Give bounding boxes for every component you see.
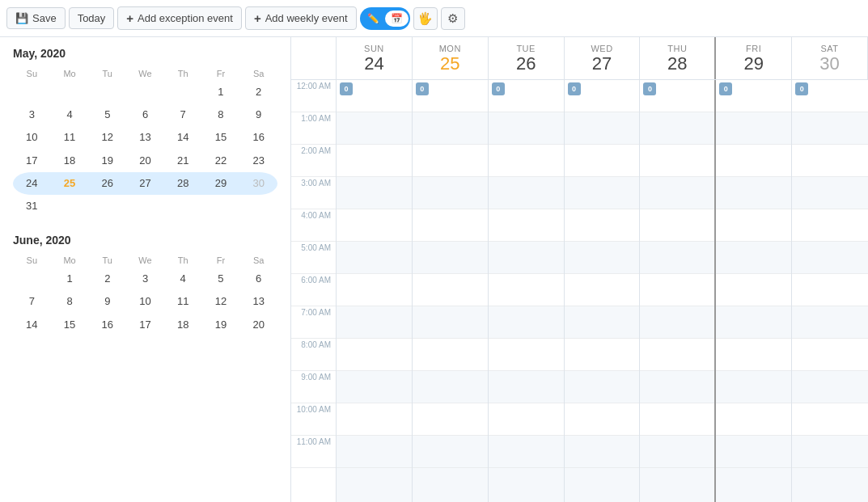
tue-slot-11[interactable] [489,436,564,468]
jun-day-15[interactable]: 15 [51,314,89,336]
may-day-10[interactable]: 10 [13,126,51,149]
tue-slot-8[interactable] [489,339,564,371]
may-day-27[interactable]: 27 [126,172,164,195]
wed-slot-2[interactable] [565,145,640,177]
sun-slot-7[interactable] [337,306,412,339]
tue-slot-2[interactable] [489,145,564,177]
sat-slot-2[interactable] [792,145,868,177]
thu-slot-0[interactable]: 0 [640,80,714,112]
mon-slot-4[interactable] [413,209,488,242]
fri-slot-11[interactable] [716,436,791,468]
may-day-29[interactable]: 29 [202,172,240,195]
may-day-30[interactable]: 30 [239,172,277,195]
toggle-calendar[interactable]: 📅 [385,11,409,27]
thu-slot-7[interactable] [640,306,714,339]
thu-slot-4[interactable] [640,209,714,242]
mon-slot-7[interactable] [413,306,488,339]
wed-slot-6[interactable] [565,274,640,306]
mon-slot-3[interactable] [413,177,488,209]
wed-slot-1[interactable] [565,112,640,145]
may-day-1[interactable]: 1 [202,81,240,103]
jun-day-3[interactable]: 3 [126,268,164,290]
wed-slot-11[interactable] [565,436,640,468]
sat-slot-11[interactable] [792,436,868,468]
tue-slot-4[interactable] [489,209,564,242]
fri-slot-1[interactable] [716,112,791,145]
may-day-31[interactable]: 31 [13,195,51,217]
jun-day-8[interactable]: 8 [51,290,89,313]
jun-day-11[interactable]: 11 [164,290,202,313]
add-weekly-button[interactable]: + Add weekly event [245,6,357,30]
tue-slot-0[interactable]: 0 [489,80,564,112]
add-exception-button[interactable]: + Add exception event [117,6,242,30]
jun-day-17[interactable]: 17 [126,314,164,336]
fri-slot-8[interactable] [716,339,791,371]
jun-day-2[interactable]: 2 [88,268,126,290]
may-day-21[interactable]: 21 [164,150,202,172]
fri-slot-3[interactable] [716,177,791,209]
thu-slot-1[interactable] [640,112,714,145]
tue-slot-9[interactable] [489,371,564,403]
may-day-7[interactable]: 7 [164,103,202,126]
may-day-24[interactable]: 24 [13,172,51,195]
wed-slot-7[interactable] [565,306,640,339]
thu-slot-9[interactable] [640,371,714,403]
fri-slot-7[interactable] [716,306,791,339]
may-day-26[interactable]: 26 [88,172,126,195]
hand-button[interactable]: 🖐 [413,7,438,30]
jun-day-19[interactable]: 19 [202,314,240,336]
sat-slot-8[interactable] [792,339,868,371]
tue-slot-7[interactable] [489,306,564,339]
sat-slot-4[interactable] [792,209,868,242]
jun-day-20[interactable]: 20 [239,314,277,336]
sat-slot-0[interactable]: 0 [792,80,868,112]
mon-slot-9[interactable] [413,371,488,403]
sat-slot-5[interactable] [792,242,868,274]
may-day-23[interactable]: 23 [239,150,277,172]
may-day-20[interactable]: 20 [126,150,164,172]
jun-day-12[interactable]: 12 [202,290,240,313]
mon-slot-1[interactable] [413,112,488,145]
jun-day-13[interactable]: 13 [239,290,277,313]
may-day-28[interactable]: 28 [164,172,202,195]
fri-slot-10[interactable] [716,403,791,436]
may-day-12[interactable]: 12 [88,126,126,149]
may-day-2[interactable]: 2 [239,81,277,103]
tue-slot-3[interactable] [489,177,564,209]
wed-slot-4[interactable] [565,209,640,242]
may-day-9[interactable]: 9 [239,103,277,126]
fri-slot-0[interactable]: 0 [716,80,791,112]
mon-slot-6[interactable] [413,274,488,306]
settings-button[interactable]: ⚙ [441,7,465,30]
sun-slot-9[interactable] [337,371,412,403]
mon-slot-2[interactable] [413,145,488,177]
thu-slot-6[interactable] [640,274,714,306]
may-day-25[interactable]: 25 [51,172,89,195]
mon-slot-0[interactable]: 0 [413,80,488,112]
mon-slot-5[interactable] [413,242,488,274]
sun-slot-8[interactable] [337,339,412,371]
wed-slot-9[interactable] [565,371,640,403]
fri-slot-5[interactable] [716,242,791,274]
may-day-16[interactable]: 16 [239,126,277,149]
tue-slot-10[interactable] [489,403,564,436]
sun-slot-4[interactable] [337,209,412,242]
calendar-body[interactable]: 12:00 AM 1:00 AM 2:00 AM 3:00 AM 4:00 AM… [291,80,868,502]
wed-slot-3[interactable] [565,177,640,209]
sat-slot-3[interactable] [792,177,868,209]
sun-slot-10[interactable] [337,403,412,436]
sun-slot-3[interactable] [337,177,412,209]
sat-slot-6[interactable] [792,274,868,306]
may-day-4[interactable]: 4 [51,103,89,126]
may-day-17[interactable]: 17 [13,150,51,172]
tue-slot-6[interactable] [489,274,564,306]
jun-day-9[interactable]: 9 [88,290,126,313]
fri-slot-4[interactable] [716,209,791,242]
sun-slot-5[interactable] [337,242,412,274]
may-day-5[interactable]: 5 [88,103,126,126]
jun-day-16[interactable]: 16 [88,314,126,336]
save-button[interactable]: 💾 Save [6,7,66,29]
wed-slot-0[interactable]: 0 [565,80,640,112]
may-day-18[interactable]: 18 [51,150,89,172]
thu-slot-3[interactable] [640,177,714,209]
